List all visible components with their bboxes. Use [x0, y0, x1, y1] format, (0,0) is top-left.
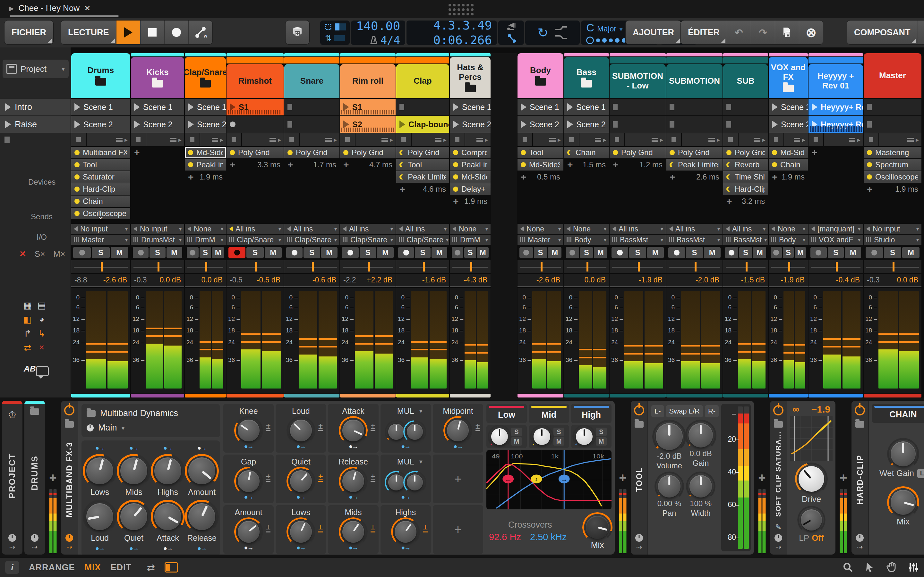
remote-knob[interactable] — [342, 470, 364, 492]
add-device-row[interactable]: +1.9 ms — [769, 171, 808, 183]
width-knob[interactable] — [690, 475, 712, 498]
volume-fader[interactable] — [864, 260, 921, 273]
fader-db-value[interactable]: -1.6 dB — [422, 276, 446, 284]
solo-button[interactable]: S — [415, 247, 431, 258]
band-gain-knob[interactable] — [491, 428, 508, 445]
folder-icon[interactable] — [774, 421, 783, 428]
clip-slot-scene[interactable]: Scene 1 — [71, 99, 130, 115]
solo-button[interactable]: S — [150, 247, 165, 258]
fader-db-value[interactable]: -0.4 dB — [836, 276, 860, 284]
volume-fader[interactable] — [666, 260, 722, 273]
device-active-icon[interactable] — [670, 150, 675, 155]
input-select[interactable]: All ins▾ — [226, 224, 284, 234]
add-device-row[interactable]: +1.2 ms — [610, 159, 666, 171]
add-device-plus[interactable]: + — [453, 196, 459, 207]
link-icon[interactable]: ∞ — [792, 404, 799, 415]
device-item[interactable]: Peak Limiter — [666, 159, 722, 171]
mute-button[interactable]: M — [265, 247, 282, 258]
device-item[interactable]: Hard-Clip — [71, 183, 130, 195]
drive-knob[interactable] — [798, 466, 824, 492]
modulation-amount-button[interactable]: ± — [266, 472, 270, 482]
key-scale[interactable]: Major — [597, 24, 616, 33]
add-device-row[interactable]: +1.9 ms — [450, 195, 491, 207]
device-item[interactable]: Chain — [769, 159, 808, 171]
track-expand-button[interactable]: ▸ — [682, 133, 722, 146]
mute-button[interactable]: M — [212, 247, 224, 258]
device-item[interactable]: Poly Grid — [723, 147, 768, 158]
fader-db-value[interactable]: -0.5 dB — [257, 276, 280, 284]
solo-button[interactable]: S — [534, 247, 548, 258]
track-expand-button[interactable]: ▸ — [625, 133, 666, 146]
clip-slot-scene[interactable]: Scene 2 — [185, 116, 226, 133]
modulation-amount-button[interactable]: ± — [371, 472, 375, 482]
output-arrow-icon[interactable]: ⇢ — [32, 543, 37, 551]
track-expand-button[interactable]: ▸ — [242, 133, 284, 146]
add-device-row[interactable]: +3.3 ms — [226, 159, 284, 171]
crossover-high-value[interactable]: 2.50 kHz — [530, 532, 567, 542]
add-device-plus[interactable]: + — [288, 159, 293, 170]
scene-play-icon[interactable] — [5, 121, 11, 128]
add-device-row[interactable]: + — [131, 147, 184, 158]
device-item[interactable]: Tool — [396, 159, 449, 171]
chevron-down-icon[interactable]: ⌄ — [97, 211, 104, 221]
loop-cell[interactable]: ↻ — [525, 21, 580, 45]
modulation-amount-button[interactable]: ± — [318, 422, 323, 431]
output-select[interactable]: DrmM▾ — [185, 235, 226, 245]
clip-play-icon[interactable] — [399, 121, 405, 128]
solo-button[interactable]: S — [783, 247, 794, 258]
record-arm-button[interactable] — [612, 247, 628, 258]
remote-knob[interactable] — [238, 420, 260, 442]
device-item[interactable]: Peak Limiter — [396, 171, 449, 183]
remote-knob[interactable] — [290, 470, 312, 492]
device-item[interactable]: Poly Grid — [396, 147, 449, 158]
device-active-icon[interactable] — [74, 187, 79, 192]
delete-button[interactable]: ⊗ — [799, 21, 823, 44]
input-select[interactable]: All ins▾ — [610, 224, 666, 234]
track-expand-button[interactable]: ▸ — [146, 133, 184, 146]
knob-icon[interactable] — [635, 534, 643, 542]
clip-slot-stop[interactable] — [723, 99, 768, 115]
fader-handle[interactable] — [255, 262, 257, 271]
track-expand-button[interactable]: ▸ — [879, 133, 921, 146]
record-arm-button[interactable] — [668, 247, 685, 258]
add-device-plus[interactable]: + — [613, 159, 619, 170]
record-arm-button[interactable] — [73, 247, 91, 258]
scene-play-icon[interactable] — [5, 103, 11, 111]
punch-in-icon[interactable] — [506, 22, 517, 32]
fader-db-value[interactable]: -1.9 dB — [639, 276, 662, 284]
clip-slot-scene[interactable]: Scene 1 — [185, 99, 226, 115]
knob-icon[interactable] — [774, 534, 782, 542]
device-item[interactable]: Spectrum — [864, 159, 921, 171]
macro-knob[interactable] — [86, 458, 113, 484]
clip-play-icon[interactable] — [230, 103, 236, 111]
clip-play-icon[interactable] — [188, 121, 194, 128]
device-active-icon[interactable] — [230, 150, 235, 155]
clip-play-icon[interactable] — [567, 103, 573, 111]
output-select[interactable]: Studio▾ — [864, 235, 921, 245]
device-bypassed-icon[interactable] — [726, 187, 732, 192]
clock-icon[interactable]: ◕ — [35, 312, 49, 326]
remote-add-cell[interactable]: + — [433, 505, 483, 554]
macro-knob[interactable] — [86, 503, 113, 530]
solo-button[interactable]: S — [200, 247, 212, 258]
macro-knob[interactable] — [188, 503, 215, 530]
hand-icon[interactable] — [886, 562, 897, 573]
swap-icon[interactable]: ⇄ — [21, 340, 35, 355]
track-stop-button[interactable] — [185, 133, 200, 146]
solo-button[interactable]: S — [828, 247, 844, 258]
clip-play-icon[interactable] — [134, 121, 140, 128]
device-active-icon[interactable] — [343, 150, 349, 155]
volume-fader[interactable] — [71, 260, 130, 273]
play-time[interactable]: 0:06.266 — [433, 33, 492, 47]
softclip-value[interactable]: −1.9 — [811, 404, 830, 415]
device-active-icon[interactable] — [74, 211, 79, 216]
volume-fader[interactable] — [723, 260, 768, 273]
fader-handle[interactable] — [368, 262, 370, 271]
clip-slot-scene[interactable]: Scene 1 — [450, 99, 491, 115]
mute-button[interactable]: M — [321, 247, 338, 258]
remote-knob[interactable] — [395, 521, 417, 543]
clip-slot-stop[interactable] — [610, 99, 666, 115]
band-solo-button[interactable]: S — [511, 428, 522, 436]
chevron-down-icon[interactable]: ▾ — [121, 424, 125, 432]
solo-button[interactable]: S — [629, 247, 646, 258]
